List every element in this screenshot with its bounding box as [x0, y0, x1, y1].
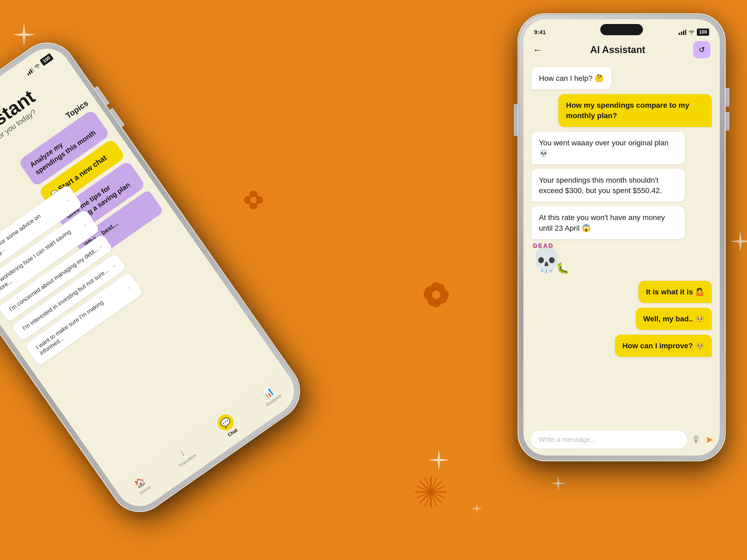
- chat-area-right[interactable]: How can I help? 🤔 How my spendings compa…: [523, 62, 720, 424]
- msg-user-question: How my spendings compare to my monthly p…: [558, 94, 712, 127]
- svg-point-7: [431, 297, 441, 308]
- svg-line-21: [416, 486, 445, 498]
- msg-over-plan-text: You went waaay over your original plan 💀: [539, 139, 669, 157]
- msg-amount-detail-text: Your spendings this month shouldn't exce…: [539, 176, 662, 195]
- msg-my-bad: Well, my bad.. 🥺: [636, 308, 712, 330]
- chat-arrow-4: ›: [111, 263, 116, 269]
- message-input[interactable]: Write a message...: [530, 430, 688, 449]
- svg-point-1: [255, 196, 263, 204]
- svg-line-19: [425, 477, 437, 506]
- msg-how-improve-text: How can I improve? 🥺: [622, 342, 704, 350]
- svg-line-20: [416, 486, 445, 498]
- nav-transfers-label: Transfers: [178, 453, 198, 469]
- msg-no-money: At this rate you won't have any money un…: [532, 206, 685, 239]
- signal-icon: [25, 67, 34, 76]
- msg-amount-detail: Your spendings this month shouldn't exce…: [532, 169, 685, 202]
- refresh-button[interactable]: ↺: [693, 41, 711, 58]
- dynamic-island-right: [600, 24, 643, 35]
- dead-text: DEAD: [533, 243, 553, 248]
- svg-point-8: [424, 289, 434, 300]
- svg-rect-32: [681, 32, 682, 35]
- svg-point-11: [428, 295, 438, 306]
- svg-line-17: [420, 481, 442, 503]
- svg-point-9: [434, 284, 445, 294]
- status-icons-right: 100: [679, 29, 709, 36]
- msg-user-question-text: How my spendings compare to my monthly p…: [566, 101, 689, 120]
- signal-icon-right: [679, 30, 686, 35]
- right-phone: 9:41 100: [518, 14, 726, 461]
- left-phone-screen: 9:41 100: [0, 39, 303, 515]
- bottom-nav-left: 🏠 Home ↕️ Transfers 💬 Chat 📊: [114, 368, 303, 515]
- svg-point-12: [425, 286, 436, 296]
- vol-up-right: [726, 88, 729, 107]
- svg-point-2: [250, 201, 257, 209]
- msg-it-is-what-it-is: It is what it is 🤷: [638, 281, 712, 303]
- svg-point-13: [432, 291, 440, 299]
- svg-rect-27: [27, 73, 29, 76]
- chat-arrow-3: ›: [98, 244, 103, 250]
- svg-point-5: [431, 282, 441, 293]
- svg-point-6: [438, 289, 449, 300]
- transfers-icon: ↕️: [177, 448, 186, 458]
- svg-line-16: [420, 481, 442, 503]
- battery-indicator-right: 100: [697, 29, 709, 36]
- msg-over-plan: You went waaay over your original plan 💀: [532, 132, 685, 164]
- power-right: [514, 104, 518, 136]
- svg-point-10: [437, 293, 447, 303]
- refresh-icon: ↺: [699, 45, 705, 54]
- svg-point-0: [250, 191, 257, 199]
- nav-chat[interactable]: 💬 Chat: [214, 411, 241, 439]
- svg-rect-31: [679, 33, 680, 35]
- svg-rect-33: [683, 31, 684, 35]
- left-phone-frame: 9:41 100: [0, 31, 312, 524]
- back-button[interactable]: ←: [533, 44, 542, 55]
- ai-header-right: ← AI Assistant ↺: [523, 38, 720, 62]
- status-time-right: 9:41: [534, 29, 546, 36]
- msg-help-text: How can I help? 🤔: [539, 74, 604, 82]
- chat-input-bar: Write a message... 🎙 ➤: [523, 424, 720, 455]
- wifi-icon: [33, 62, 41, 70]
- send-icon[interactable]: ➤: [705, 434, 713, 445]
- svg-point-3: [244, 196, 252, 204]
- input-placeholder-text: Write a message...: [538, 435, 596, 444]
- microphone-icon[interactable]: 🎙: [692, 434, 701, 445]
- msg-how-improve: How can I improve? 🥺: [615, 335, 712, 357]
- left-phone: 9:41 100: [0, 31, 312, 524]
- nav-analysis[interactable]: 📊 Analysis: [258, 383, 283, 408]
- svg-rect-34: [685, 30, 686, 35]
- header-title-right: AI Assistant: [590, 44, 645, 55]
- nav-home[interactable]: 🏠 Home: [132, 475, 152, 496]
- left-phone-content: AI Assistant What can I do for you today…: [0, 55, 303, 515]
- nav-transfers[interactable]: ↕️ Transfers: [171, 443, 197, 469]
- right-phone-frame: 9:41 100: [518, 14, 726, 461]
- vol-dn-right: [726, 112, 729, 131]
- worm-emoji: 🐛: [556, 263, 569, 273]
- svg-line-18: [425, 477, 437, 506]
- msg-no-money-text: At this rate you won't have any money un…: [539, 213, 665, 232]
- right-phone-screen: 9:41 100: [523, 19, 720, 455]
- sticker-dead: DEAD 💀 🐛: [532, 248, 561, 272]
- svg-point-4: [250, 197, 257, 203]
- msg-it-is-text: It is what it is 🤷: [646, 288, 704, 296]
- wifi-icon-right: [688, 30, 695, 35]
- msg-my-bad-text: Well, my bad.. 🥺: [643, 315, 704, 323]
- msg-help: How can I help? 🤔: [532, 67, 612, 89]
